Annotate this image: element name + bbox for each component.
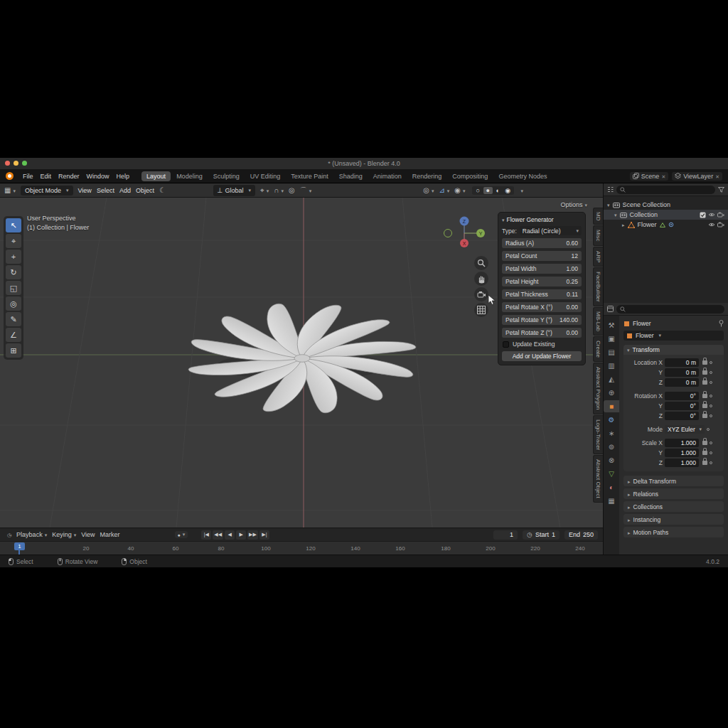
shading-rendered-icon[interactable]: ◉ xyxy=(503,187,513,194)
scene-selector[interactable]: Scene xyxy=(630,172,668,181)
workspace-tab-modeling[interactable]: Modeling xyxy=(171,171,208,181)
lock-icon[interactable] xyxy=(702,394,707,398)
radius-field[interactable]: Radius (A)0.60 xyxy=(502,238,582,248)
ortho-toggle-button[interactable] xyxy=(474,303,488,317)
animate-dot-icon[interactable] xyxy=(710,451,712,454)
section-relations[interactable]: Relations xyxy=(623,488,724,499)
properties-editor-icon[interactable] xyxy=(607,306,614,312)
lock-icon[interactable] xyxy=(702,441,707,445)
sidebar-tab-mb-lab[interactable]: MB-Lab xyxy=(593,307,603,336)
outliner-row-scene-collection[interactable]: Scene Collection xyxy=(604,200,728,210)
orientation-dropdown[interactable]: ⟂ Global xyxy=(213,185,255,196)
workspace-tab-compositing[interactable]: Compositing xyxy=(447,171,493,181)
petal-width-field[interactable]: Petal Width1.00 xyxy=(502,264,582,274)
pan-button[interactable] xyxy=(474,272,488,286)
properties-tab-physics[interactable]: ⊚ xyxy=(604,441,619,453)
hide-eye-icon[interactable] xyxy=(708,222,715,228)
properties-tab-output[interactable]: ▤ xyxy=(604,346,619,358)
add-or-update-flower-button[interactable]: Add or Update Flower xyxy=(502,351,582,361)
viewport-menu-object[interactable]: Object xyxy=(136,187,154,194)
minimize-window-button[interactable] xyxy=(14,161,18,166)
lock-icon[interactable] xyxy=(702,451,707,455)
petal-count-field[interactable]: Petal Count12 xyxy=(502,251,582,261)
tool-cursor[interactable]: ⌖ xyxy=(6,234,21,248)
section-delta-transform[interactable]: Delta Transform xyxy=(623,476,724,486)
workspace-tab-rendering[interactable]: Rendering xyxy=(407,171,447,181)
location-x-field[interactable]: 0 m xyxy=(665,358,699,367)
scale-x-field[interactable]: 1.000 xyxy=(665,439,699,447)
outliner-editor-icon[interactable] xyxy=(607,186,614,193)
properties-tab-object[interactable]: ■ xyxy=(604,400,619,412)
options-dropdown[interactable]: Options xyxy=(560,201,587,208)
prev-keyframe-button[interactable]: ◀◀ xyxy=(213,530,223,540)
axis-neg-y-ball[interactable] xyxy=(444,230,452,237)
properties-tab-modifiers[interactable]: ⚙ xyxy=(604,414,619,426)
animate-dot-icon[interactable] xyxy=(707,428,710,431)
animate-dot-icon[interactable] xyxy=(710,371,712,374)
zoom-button[interactable] xyxy=(474,256,488,270)
object-selector[interactable]: Flower xyxy=(623,331,724,341)
petal-thickness-field[interactable]: Petal Thickness0.11 xyxy=(502,289,582,299)
properties-tab-material[interactable]: ◐ xyxy=(604,481,619,493)
pin-icon[interactable] xyxy=(719,320,724,327)
close-window-button[interactable] xyxy=(5,161,10,166)
petal-rotate-y-field[interactable]: Petal Rotate Y (°)140.00 xyxy=(502,315,582,325)
viewlayer-selector[interactable]: ViewLayer xyxy=(672,172,722,181)
pivot-point-icon[interactable]: ⌖ xyxy=(260,186,269,195)
jump-to-end-button[interactable]: ▶| xyxy=(259,530,269,540)
scale-y-field[interactable]: 1.000 xyxy=(665,449,699,457)
rotation-z-field[interactable]: 0° xyxy=(665,412,699,420)
end-frame-field[interactable]: End 250 xyxy=(564,530,598,540)
viewlayer-unlink-icon[interactable] xyxy=(715,173,719,180)
menu-help[interactable]: Help xyxy=(113,171,134,181)
disclosure-icon[interactable] xyxy=(614,211,617,218)
animate-dot-icon[interactable] xyxy=(710,405,712,407)
viewport-menu-add[interactable]: Add xyxy=(119,187,131,194)
animate-dot-icon[interactable] xyxy=(710,414,712,417)
scene-unlink-icon[interactable] xyxy=(661,173,665,180)
workspace-tab-uv-editing[interactable]: UV Editing xyxy=(245,171,286,181)
properties-tab-scene[interactable]: ◭ xyxy=(604,373,619,385)
petal-rotate-z-field[interactable]: Petal Rotate Z (°)0.00 xyxy=(502,328,582,338)
filter-funnel-icon[interactable] xyxy=(718,187,724,193)
location-y-field[interactable]: 0 m xyxy=(665,368,699,377)
tool-transform[interactable]: ◎ xyxy=(6,296,21,311)
marker-menu[interactable]: Marker xyxy=(100,531,120,538)
animate-dot-icon[interactable] xyxy=(710,441,712,444)
disable-render-camera-icon[interactable] xyxy=(717,212,724,218)
petal-height-field[interactable]: Petal Height0.25 xyxy=(502,277,582,287)
outliner-search-input[interactable] xyxy=(616,186,715,194)
keying-menu[interactable]: Keying xyxy=(52,531,76,538)
proportional-editing-icon[interactable]: ◎ xyxy=(289,186,295,194)
mode-dropdown[interactable]: Object Mode xyxy=(21,186,73,196)
visibility-dropdown-icon[interactable]: ◎ xyxy=(423,186,434,194)
view-menu[interactable]: View xyxy=(81,531,95,538)
blender-logo-icon[interactable] xyxy=(6,172,14,180)
animate-dot-icon[interactable] xyxy=(710,381,712,384)
section-collections[interactable]: Collections xyxy=(623,501,724,512)
overlays-toggle-icon[interactable]: ◉ xyxy=(454,186,465,194)
sidebar-tab-md[interactable]: MD xyxy=(593,208,603,225)
workspace-tab-layout[interactable]: Layout xyxy=(141,171,171,181)
shading-wireframe-icon[interactable]: ○ xyxy=(473,187,483,194)
workspace-tab-geometry-nodes[interactable]: Geometry Nodes xyxy=(493,171,552,181)
tool-add-cube[interactable]: ⊞ xyxy=(6,343,21,358)
workspace-tab-sculpting[interactable]: Sculpting xyxy=(208,171,245,181)
tool-annotate[interactable]: ✎ xyxy=(6,312,21,326)
shading-dropdown-icon[interactable] xyxy=(519,187,524,194)
start-frame-field[interactable]: Start 1 xyxy=(523,530,560,540)
lock-icon[interactable] xyxy=(702,370,707,375)
timeline-ruler[interactable]: 20 40 60 80 100 120 140 160 180 200 220 … xyxy=(0,541,603,555)
workspace-tab-animation[interactable]: Animation xyxy=(368,171,407,181)
section-motion-paths[interactable]: Motion Paths xyxy=(623,527,724,537)
playback-menu[interactable]: Playback xyxy=(16,531,47,538)
animate-dot-icon[interactable] xyxy=(710,395,712,397)
tool-scale[interactable]: ◱ xyxy=(6,281,21,295)
type-dropdown[interactable]: Radial (Circle) xyxy=(520,226,582,235)
tool-move[interactable]: + xyxy=(6,250,21,264)
scale-z-field[interactable]: 1.000 xyxy=(665,459,699,467)
lock-icon[interactable] xyxy=(702,404,707,408)
lock-icon[interactable] xyxy=(702,461,707,465)
tool-rotate[interactable]: ↻ xyxy=(6,265,21,279)
tool-measure[interactable]: ∠ xyxy=(6,328,21,342)
